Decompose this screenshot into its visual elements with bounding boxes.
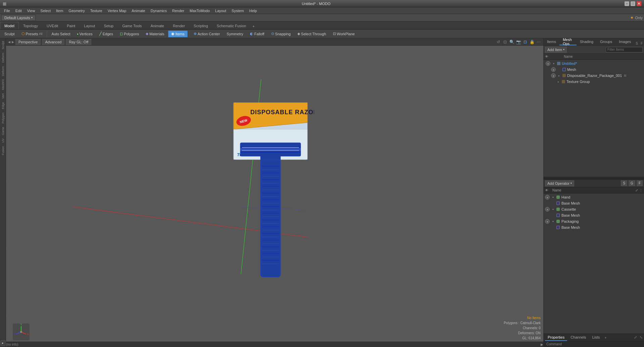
action-center-button[interactable]: ⊕ Action Center: [191, 31, 223, 37]
polygons-button[interactable]: ◻ Polygons: [117, 31, 142, 37]
mode-tab-paint[interactable]: Paint: [62, 22, 80, 29]
eye-icon-hand[interactable]: ●: [545, 195, 550, 200]
tab-properties[interactable]: Properties: [545, 334, 567, 341]
sidebar-bottom-button[interactable]: ▸: [0, 340, 6, 346]
menu-item-system[interactable]: System: [229, 7, 247, 14]
eye-icon-disposable[interactable]: ●: [551, 73, 556, 78]
zoom-icon[interactable]: 🔍: [509, 39, 514, 45]
menu-item-select[interactable]: Select: [38, 7, 53, 14]
mode-tab-uvedit[interactable]: UVEdit: [42, 22, 62, 29]
add-props-tab-button[interactable]: +: [603, 335, 608, 340]
frame-icon[interactable]: ⊡: [502, 39, 508, 45]
menu-item-animate[interactable]: Animate: [129, 7, 148, 14]
menu-item-view[interactable]: View: [24, 7, 38, 14]
mesh-op-cassette[interactable]: ● ▾ Cassette: [544, 206, 644, 212]
sidebar-tab-sculpt[interactable]: Sculpt: [1, 40, 5, 51]
mode-tab-model[interactable]: Model: [0, 22, 19, 29]
advanced-button[interactable]: Advanced: [42, 39, 64, 45]
lock-icon[interactable]: 🔒: [529, 39, 535, 45]
minimize-button[interactable]: −: [625, 1, 629, 6]
raygl-button[interactable]: Ray GL: Off: [66, 39, 91, 45]
mode-tab-schematic-fusion[interactable]: Schematic Fusion: [212, 22, 250, 29]
tab-mesh-ops[interactable]: Mesh Ops: [559, 39, 577, 45]
items-button[interactable]: ◉ Items: [168, 31, 188, 37]
props-expand-icon[interactable]: ⤢: [634, 335, 637, 340]
sidebar-tab-meshfit[interactable]: MeshFit: [1, 78, 5, 91]
mode-tab-scripting[interactable]: Scripting: [189, 22, 212, 29]
tab-channels[interactable]: Channels: [568, 334, 589, 341]
sidebar-tab-deform2[interactable]: Deform: [1, 65, 5, 78]
add-tab-button[interactable]: +: [250, 23, 256, 29]
tab-shading[interactable]: Shading: [577, 39, 597, 45]
sidebar-tab-uv[interactable]: UV: [1, 137, 5, 144]
mesh-op-packaging[interactable]: ● ▾ Packaging: [544, 218, 644, 224]
sidebar-tab-game[interactable]: Game: [1, 126, 5, 137]
mesh-ops-f-btn[interactable]: F: [637, 180, 643, 186]
mode-tab-game-tools[interactable]: Game Tools: [118, 22, 146, 29]
filter-items-input[interactable]: [606, 47, 643, 52]
menu-item-texture[interactable]: Texture: [88, 7, 105, 14]
menu-item-geometry[interactable]: Geometry: [66, 7, 87, 14]
mesh-ops-collapse-icon[interactable]: ⋮: [639, 188, 643, 192]
mode-tab-setup[interactable]: Setup: [99, 22, 118, 29]
sidebar-tab-polygon[interactable]: Polygon: [1, 111, 5, 125]
mesh-ops-s-btn[interactable]: S: [621, 180, 627, 186]
mesh-op-hand[interactable]: ● ▾ Hand: [544, 194, 644, 200]
sidebar-tab-edge[interactable]: Edge: [1, 101, 5, 111]
presets-button[interactable]: ⬡ Presets Fil: [18, 31, 46, 37]
resize-handle-top[interactable]: [544, 177, 644, 179]
tree-item-disposable[interactable]: ● ▸ Disposable_Razor_Package_001 ⊞: [544, 73, 643, 79]
add-operator-button[interactable]: Add Operator ▾: [545, 180, 574, 186]
falloff-button[interactable]: ◐ Falloff: [247, 31, 267, 37]
menu-item-layout[interactable]: Layout: [212, 7, 229, 14]
symmetry-button[interactable]: Symmetry: [224, 31, 246, 37]
mesh-op-hand-base[interactable]: Base Mesh: [544, 200, 644, 206]
camera-icon[interactable]: 📷: [516, 39, 521, 45]
auto-select-button[interactable]: Auto Select: [48, 31, 73, 37]
mesh-op-packaging-base[interactable]: Base Mesh: [544, 224, 644, 230]
next-viewport-arrow[interactable]: ▶: [12, 40, 14, 44]
mode-tab-animate[interactable]: Animate: [146, 22, 168, 29]
panel-resize-s[interactable]: S: [634, 42, 639, 45]
menu-item-help[interactable]: Help: [247, 7, 260, 14]
mesh-ops-expand-icon[interactable]: ⤢: [635, 188, 638, 192]
tree-item-texture-group[interactable]: ▸ Texture Group: [544, 79, 643, 85]
mode-tab-render[interactable]: Render: [168, 22, 189, 29]
select-through-button[interactable]: ◈ Select Through: [294, 31, 329, 37]
menu-item-maxtomodo[interactable]: MaxToModo: [187, 7, 212, 14]
mesh-ops-g-btn[interactable]: G: [629, 180, 635, 186]
prev-viewport-arrow[interactable]: ◀: [8, 40, 10, 44]
maximize-button[interactable]: □: [631, 1, 635, 6]
eye-icon-untitled[interactable]: ●: [546, 61, 550, 66]
perspective-button[interactable]: Perspective: [15, 39, 41, 45]
edges-button[interactable]: ╱ Edges: [96, 31, 116, 37]
close-button[interactable]: ✕: [637, 1, 641, 6]
menu-item-render[interactable]: Render: [169, 7, 187, 14]
tab-lists[interactable]: Lists: [590, 334, 603, 341]
menu-item-file[interactable]: File: [1, 7, 13, 14]
sculpt-button[interactable]: Sculpt: [1, 31, 18, 37]
add-item-button[interactable]: Add Item ▾: [545, 47, 567, 53]
workplane-button[interactable]: ⊡ WorkPlane: [330, 31, 358, 37]
mode-tab-layout[interactable]: Layout: [80, 22, 99, 29]
sidebar-tab-vert[interactable]: Vert: [1, 92, 5, 100]
viewport-3d[interactable]: NEW DISPOSABLE RAZOR Twin Blade: [6, 46, 543, 347]
snapping-button[interactable]: ⊙ Snapping: [268, 31, 294, 37]
materials-button[interactable]: ◈ Materials: [143, 31, 167, 37]
menu-item-item[interactable]: Item: [53, 7, 66, 14]
tab-images[interactable]: Images: [615, 39, 634, 45]
eye-icon-mesh[interactable]: ●: [551, 67, 556, 72]
eye-icon-packaging[interactable]: ●: [545, 219, 550, 224]
sidebar-tab-deform[interactable]: Deform: [1, 51, 5, 64]
mesh-op-cassette-base[interactable]: Base Mesh: [544, 212, 644, 218]
vertices-button[interactable]: ▪ Vertices: [74, 31, 96, 37]
menu-item-dynamics[interactable]: Dynamics: [148, 7, 169, 14]
mode-tab-topology[interactable]: Topology: [19, 22, 42, 29]
eye-icon-cassette[interactable]: ●: [545, 207, 550, 212]
panel-resize-f[interactable]: F: [639, 42, 644, 45]
menu-item-vertex map[interactable]: Vertex Map: [105, 7, 129, 14]
tab-groups[interactable]: Groups: [597, 39, 615, 45]
reset-icon[interactable]: ↺: [496, 39, 501, 45]
tree-item-mesh[interactable]: ● Mesh: [544, 67, 643, 73]
layout-dropdown[interactable]: Default Layouts ▾: [1, 15, 36, 21]
